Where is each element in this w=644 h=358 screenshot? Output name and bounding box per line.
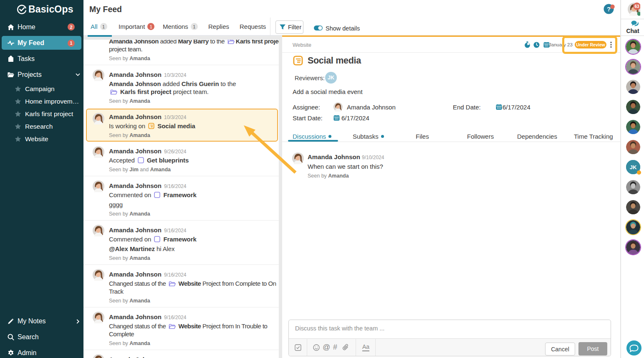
svg-text:63: 63 [634,4,639,9]
svg-text:?: ? [607,5,611,13]
